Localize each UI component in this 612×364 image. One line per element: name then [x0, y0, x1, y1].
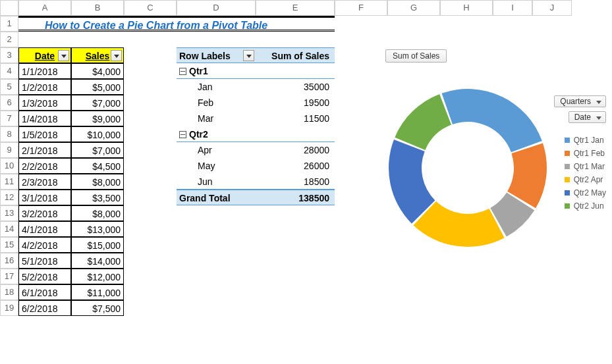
col-header-E[interactable]: E: [256, 0, 335, 16]
chart-legend: Qtr1 Jan Qtr1 Feb Qtr1 Mar Qtr2 Apr Qtr2…: [565, 132, 606, 215]
table-header-sales[interactable]: Sales: [71, 47, 124, 63]
table-row[interactable]: $7,000: [71, 95, 124, 111]
row-header-9[interactable]: 9: [0, 142, 18, 158]
row-header-1[interactable]: 1: [0, 16, 18, 32]
filter-button-sales[interactable]: [111, 50, 122, 61]
col-header-J[interactable]: J: [532, 0, 572, 16]
pivot-group-qtr1[interactable]: Qtr1: [177, 63, 256, 79]
table-row[interactable]: 2/2/2018: [18, 158, 71, 174]
chart-date-button[interactable]: Date: [569, 111, 606, 123]
pivot-grand-total-value: 138500: [256, 190, 335, 205]
row-header-11[interactable]: 11: [0, 174, 18, 190]
collapse-icon[interactable]: [179, 68, 186, 75]
row-header-8[interactable]: 8: [0, 126, 18, 142]
col-header-B[interactable]: B: [71, 0, 124, 16]
table-row[interactable]: $11,000: [71, 284, 124, 300]
col-header-G[interactable]: G: [387, 0, 440, 16]
row-header-15[interactable]: 15: [0, 237, 18, 253]
pivot-row-labels-header[interactable]: Row Labels: [177, 47, 256, 63]
legend-swatch: [565, 138, 570, 143]
legend-label: Qtr1 Jan: [574, 136, 604, 145]
col-header-F[interactable]: F: [335, 0, 387, 16]
pivot-value: 18500: [256, 174, 335, 190]
collapse-icon[interactable]: [179, 131, 186, 138]
chart-quarters-button[interactable]: Quarters: [554, 95, 606, 107]
table-row[interactable]: 5/2/2018: [18, 269, 71, 284]
pivot-row[interactable]: Jan: [177, 79, 256, 95]
row-header-18[interactable]: 18: [0, 284, 18, 300]
row-header-16[interactable]: 16: [0, 253, 18, 269]
row-header-14[interactable]: 14: [0, 221, 18, 237]
page-title: How to Create a Pie Chart from a Pivot T…: [18, 16, 335, 32]
table-row[interactable]: $13,000: [71, 221, 124, 237]
table-row[interactable]: 3/1/2018: [18, 190, 71, 205]
row-header-19[interactable]: 19: [0, 300, 18, 316]
row-header-3[interactable]: 3: [0, 47, 18, 63]
col-header-D[interactable]: D: [177, 0, 256, 16]
row-header-17[interactable]: 17: [0, 269, 18, 284]
row-header-5[interactable]: 5: [0, 79, 18, 95]
table-row[interactable]: 1/2/2018: [18, 79, 71, 95]
table-row[interactable]: $9,000: [71, 111, 124, 126]
table-row[interactable]: $8,000: [71, 205, 124, 221]
table-row[interactable]: $7,000: [71, 142, 124, 158]
pivot-row[interactable]: May: [177, 158, 256, 174]
pivot-row[interactable]: Apr: [177, 142, 256, 158]
filter-button-date[interactable]: [58, 50, 69, 61]
pivot-group-qtr2[interactable]: Qtr2: [177, 126, 256, 142]
table-row[interactable]: $5,000: [71, 79, 124, 95]
chart-values-button[interactable]: Sum of Sales: [385, 49, 447, 63]
legend-swatch: [565, 177, 570, 182]
col-header-H[interactable]: H: [440, 0, 493, 16]
table-row[interactable]: 2/1/2018: [18, 142, 71, 158]
table-row[interactable]: $4,000: [71, 63, 124, 79]
legend-label: Qtr2 May: [574, 188, 606, 197]
pivot-value: 19500: [256, 95, 335, 111]
row-header-4[interactable]: 4: [0, 63, 18, 79]
col-header-I[interactable]: I: [493, 0, 532, 16]
table-row[interactable]: 4/1/2018: [18, 221, 71, 237]
select-all-corner[interactable]: [0, 0, 18, 16]
table-row[interactable]: 5/1/2018: [18, 253, 71, 269]
table-row[interactable]: 3/2/2018: [18, 205, 71, 221]
pivot-chart[interactable]: Sum of Sales Quarters Date Qtr1 Jan Qtr1…: [382, 49, 606, 290]
table-row[interactable]: $15,000: [71, 237, 124, 253]
legend-swatch: [565, 164, 570, 169]
table-row[interactable]: 1/4/2018: [18, 111, 71, 126]
pivot-row[interactable]: Jun: [177, 174, 256, 190]
row-header-7[interactable]: 7: [0, 111, 18, 126]
donut-chart: [376, 76, 560, 260]
table-row[interactable]: 4/2/2018: [18, 237, 71, 253]
filter-button-rowlabels[interactable]: [243, 50, 254, 61]
table-row[interactable]: 6/1/2018: [18, 284, 71, 300]
table-row[interactable]: $8,000: [71, 174, 124, 190]
legend-label: Qtr1 Mar: [574, 162, 605, 171]
table-row[interactable]: $3,500: [71, 190, 124, 205]
col-header-A[interactable]: A: [18, 0, 71, 16]
table-row[interactable]: 1/5/2018: [18, 126, 71, 142]
row-header-6[interactable]: 6: [0, 95, 18, 111]
row-header-2[interactable]: 2: [0, 32, 18, 47]
table-row[interactable]: 1/3/2018: [18, 95, 71, 111]
table-row[interactable]: $14,000: [71, 253, 124, 269]
legend-label: Qtr2 Jun: [574, 201, 604, 211]
pivot-value: 26000: [256, 158, 335, 174]
pivot-row[interactable]: Feb: [177, 95, 256, 111]
col-header-C[interactable]: C: [124, 0, 177, 16]
pivot-value: 28000: [256, 142, 335, 158]
table-row[interactable]: $12,000: [71, 269, 124, 284]
table-row[interactable]: $4,500: [71, 158, 124, 174]
table-row[interactable]: 1/1/2018: [18, 63, 71, 79]
table-row[interactable]: 6/2/2018: [18, 300, 71, 316]
pivot-row[interactable]: Mar: [177, 111, 256, 126]
row-header-13[interactable]: 13: [0, 205, 18, 221]
table-header-date[interactable]: Date: [18, 47, 71, 63]
table-row[interactable]: $10,000: [71, 126, 124, 142]
row-header-10[interactable]: 10: [0, 158, 18, 174]
legend-label: Qtr1 Feb: [574, 149, 605, 158]
legend-swatch: [565, 151, 570, 156]
table-row[interactable]: $7,500: [71, 300, 124, 316]
table-row[interactable]: 2/3/2018: [18, 174, 71, 190]
pivot-values-header: Sum of Sales: [256, 47, 335, 63]
row-header-12[interactable]: 12: [0, 190, 18, 205]
